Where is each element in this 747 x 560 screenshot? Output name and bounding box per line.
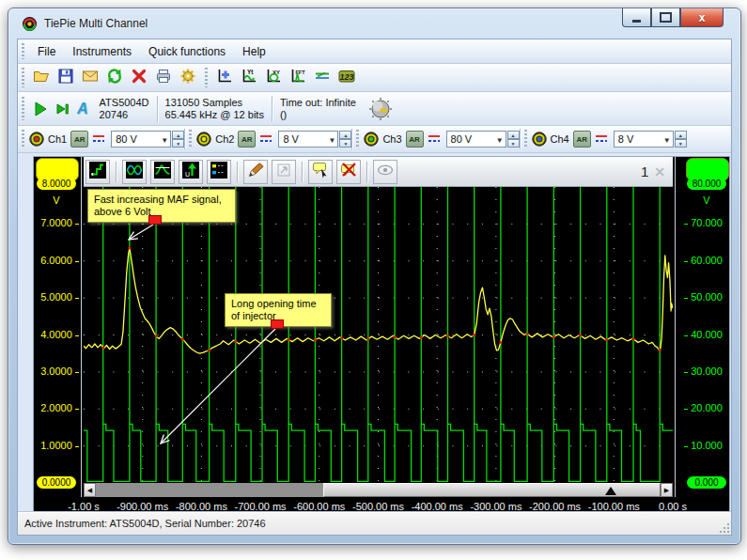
open-file-button[interactable] (31, 68, 52, 88)
ch1-range-stepper[interactable]: ▲▼ (172, 131, 184, 148)
ch4-autorange-button[interactable]: AR (573, 131, 591, 148)
resize-grip[interactable] (718, 521, 729, 533)
ch2-range-stepper[interactable]: ▲▼ (339, 131, 351, 148)
left-axis-tick-label: 7.0000 (36, 217, 77, 228)
meter-display-button[interactable] (312, 68, 333, 88)
graph-close-icon[interactable]: ✕ (654, 164, 673, 179)
title-bar[interactable]: TiePie Multi Channel x (8, 8, 740, 39)
resize-disabled-icon (275, 162, 292, 182)
visibility-disabled-button[interactable] (373, 160, 397, 184)
add-graph-button[interactable] (214, 68, 235, 88)
numeric-display-button[interactable]: 123 (336, 68, 357, 88)
delete-button[interactable] (129, 68, 149, 88)
autorange-all-button[interactable]: A (77, 101, 88, 117)
timeout-knob[interactable] (367, 96, 394, 122)
send-mail-button[interactable] (80, 68, 101, 88)
one-shot-button[interactable] (55, 102, 70, 116)
settings-button[interactable] (178, 68, 198, 88)
ch3-range-select[interactable]: 80 V▼ (446, 131, 506, 148)
ch4-range-stepper[interactable]: ▲▼ (675, 131, 687, 148)
scroll-right-button[interactable]: ▶ (661, 483, 673, 497)
toolbar-grip[interactable] (22, 68, 24, 86)
maximize-button[interactable] (651, 8, 680, 27)
callout-annotation[interactable]: Long opening timeof injector (225, 293, 332, 327)
ch1-coupling-icon[interactable] (92, 133, 106, 145)
menu-instruments[interactable]: Instruments (64, 42, 140, 61)
ch3-autorange-button[interactable]: AR (406, 131, 424, 148)
toolbar-grip[interactable] (22, 130, 24, 148)
separator (302, 162, 303, 182)
step-up[interactable]: ▲ (675, 131, 687, 139)
left-axis-min-label[interactable]: 0.0000 (37, 476, 76, 489)
play-icon (33, 101, 48, 117)
step-down[interactable]: ▼ (339, 139, 351, 148)
toolbar-grip[interactable] (22, 97, 24, 120)
xy-graph-button[interactable]: XY (263, 68, 284, 88)
ch1-autorange-button[interactable]: AR (70, 131, 88, 148)
oscilloscope-plot[interactable] (84, 187, 673, 483)
right-axis-min-label[interactable]: 0.000 (687, 476, 726, 489)
callout-handle[interactable] (148, 215, 162, 225)
toolbar-grip[interactable] (356, 130, 359, 148)
print-button[interactable] (153, 68, 174, 88)
trigger-position-marker[interactable] (605, 487, 616, 495)
scroll-left-button[interactable]: ◀ (84, 483, 96, 497)
channel-source-button[interactable] (207, 160, 231, 184)
callout-annotation[interactable]: Fast increasing MAF signal,above 6 Volt (87, 189, 236, 223)
resize-disabled-button[interactable] (272, 160, 296, 184)
refresh-button[interactable] (104, 68, 125, 88)
stream-step-button[interactable] (86, 160, 110, 184)
ch2-autorange-button[interactable]: AR (238, 131, 256, 148)
left-axis[interactable]: 8.0000 V 0.00007.00006.00005.00004.00003… (34, 157, 79, 497)
toolbar-grip[interactable] (22, 43, 24, 60)
callout-handle[interactable] (271, 319, 284, 329)
svg-text:123: 123 (339, 71, 353, 81)
ch4-coupling-icon[interactable] (595, 133, 609, 145)
ch4-range-select[interactable]: 8 V▼ (614, 131, 674, 148)
add-callout-button[interactable] (308, 160, 333, 184)
step-down[interactable]: ▼ (507, 139, 520, 148)
ch2-range-select[interactable]: 8 V▼ (278, 131, 338, 148)
pen-edit-button[interactable] (243, 160, 268, 184)
menu-quick-functions[interactable]: Quick functions (140, 42, 234, 61)
step-down[interactable]: ▼ (172, 139, 184, 148)
autorange-letter-icon: A (77, 101, 88, 117)
ch1-range-select[interactable]: 80 V▼ (111, 131, 171, 148)
ch3-coupling-icon[interactable] (428, 133, 442, 145)
left-axis-max-label[interactable]: 8.0000 (37, 178, 76, 190)
right-axis-tick-label: 50.000 (686, 291, 727, 303)
save-button[interactable] (55, 68, 76, 88)
toolbar-grip[interactable] (524, 130, 527, 148)
step-up[interactable]: ▲ (507, 131, 520, 139)
step-down[interactable]: ▼ (675, 139, 687, 148)
ch2-led-icon[interactable] (196, 132, 211, 147)
step-up[interactable]: ▲ (172, 131, 184, 139)
step-up[interactable]: ▲ (339, 131, 351, 139)
yt-graph-button[interactable]: Yt (239, 68, 259, 88)
delete-callouts-button[interactable] (336, 160, 361, 184)
left-axis-tick-label: 2.0000 (36, 402, 77, 413)
ch4-led-icon[interactable] (532, 132, 547, 147)
ch3-led-icon[interactable] (364, 132, 379, 147)
right-axis[interactable]: 80.000 V 0.00070.00060.00050.00040.00030… (684, 157, 729, 497)
signal-peak-button[interactable] (150, 160, 175, 184)
toolbar-grip[interactable] (189, 130, 192, 148)
horizontal-scrollbar[interactable]: ◀ ▶ (84, 483, 673, 497)
autorange-up-button[interactable]: U (179, 160, 203, 184)
fft-graph-button[interactable]: FFT (288, 68, 308, 88)
menu-file[interactable]: File (29, 42, 64, 61)
range-value: 80 V (116, 133, 137, 145)
ch1-led-icon[interactable] (29, 132, 44, 147)
start-measurement-button[interactable] (33, 101, 48, 117)
channel-source-icon (210, 162, 227, 182)
menu-help[interactable]: Help (234, 42, 274, 61)
close-button[interactable]: x (680, 8, 724, 27)
window-title: TiePie Multi Channel (44, 17, 148, 30)
right-axis-max-label[interactable]: 80.000 (687, 178, 726, 190)
time-axis-label: -100.00 ms (588, 501, 640, 512)
ch2-coupling-icon[interactable] (259, 133, 273, 145)
minimize-button[interactable] (622, 8, 651, 27)
callout-text: Long opening time (231, 298, 325, 310)
ch3-range-stepper[interactable]: ▲▼ (507, 131, 520, 148)
signal-sine-button[interactable] (122, 160, 147, 184)
